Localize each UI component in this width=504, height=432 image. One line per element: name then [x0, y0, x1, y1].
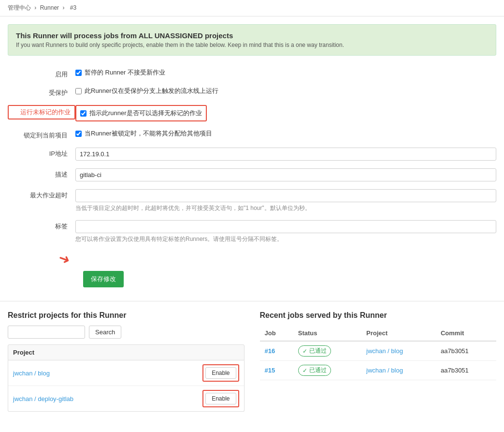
checkbox-active-label[interactable]: 暂停的 Runner 不接受新作业: [75, 68, 496, 77]
control-protected: 此Runner仅在受保护分支上触发的流水线上运行: [75, 87, 496, 95]
job-row-2: #15 ✓ 已通过 jwchan / blog aa7b3051: [260, 361, 497, 380]
col-status: Status: [293, 326, 361, 341]
projects-table-header: Project: [8, 344, 245, 360]
job-project-link-1[interactable]: jwchan / blog: [366, 347, 403, 355]
enable-button-2[interactable]: Enable: [205, 393, 236, 404]
alert-title: This Runner will process jobs from ALL U…: [16, 31, 488, 40]
enable-btn-wrapper-1: Enable: [202, 364, 239, 382]
red-arrow-icon: ➜: [57, 250, 72, 268]
search-input[interactable]: [8, 326, 85, 339]
col-job: Job: [260, 326, 293, 341]
breadcrumb: 管理中心 › Runner › #3: [0, 0, 504, 16]
label-untagged: 运行未标记的作业: [8, 105, 75, 119]
form-row-locked: 锁定到当前项目 当Runner被锁定时，不能将其分配给其他项目: [8, 129, 496, 140]
checkbox-locked-label[interactable]: 当Runner被锁定时，不能将其分配给其他项目: [75, 129, 496, 138]
project-link-1[interactable]: jwchan / blog: [13, 370, 50, 377]
job-id-1: #16: [260, 341, 293, 361]
form-row-ip: IP地址 172.19.0.1: [8, 148, 496, 161]
check-icon-2: ✓: [302, 367, 307, 374]
checkbox-active[interactable]: [75, 70, 82, 76]
jobs-header-row: Job Status Project Commit: [260, 326, 497, 341]
checkbox-locked-text: 当Runner被锁定时，不能将其分配给其他项目: [85, 129, 212, 138]
status-badge-2: ✓ 已通过: [298, 365, 331, 376]
checkbox-untagged[interactable]: [80, 110, 86, 117]
breadcrumb-current: #3: [70, 4, 76, 11]
job-project-2: jwchan / blog: [361, 361, 436, 380]
search-button[interactable]: Search: [89, 326, 121, 339]
tags-input[interactable]: [75, 220, 496, 233]
recent-jobs-panel: Recent jobs served by this Runner Job St…: [252, 311, 504, 419]
check-icon-1: ✓: [302, 348, 307, 355]
label-desc: 描述: [8, 168, 75, 179]
col-project: Project: [361, 326, 436, 341]
save-button[interactable]: 保存修改: [83, 271, 124, 287]
job-status-2: ✓ 已通过: [293, 361, 361, 380]
projects-list-wrapper: Project jwchan / blog Enable jwchan / de…: [8, 344, 245, 412]
control-untagged: 指示此runner是否可以选择无标记的作业: [75, 105, 496, 121]
checkbox-active-text: 暂停的 Runner 不接受新作业: [85, 68, 165, 77]
label-timeout: 最大作业超时: [8, 189, 75, 200]
restrict-projects-panel: Restrict projects for this Runner Search…: [0, 311, 252, 419]
jobs-table-body: #16 ✓ 已通过 jwchan / blog aa7b3051: [260, 341, 497, 380]
bottom-section: Restrict projects for this Runner Search…: [0, 311, 504, 419]
control-ip: 172.19.0.1: [75, 148, 496, 161]
form-row-timeout: 最大作业超时 当低于项目定义的超时时，此超时将优先，并可接受英文语句，如"1 h…: [8, 189, 496, 212]
form-row-untagged: 运行未标记的作业 指示此runner是否可以选择无标记的作业: [8, 105, 496, 121]
section-divider: [0, 301, 504, 301]
form-row-tags: 标签 您可以将作业设置为仅使用具有特定标签的Runners。请使用逗号分隔不同标…: [8, 220, 496, 243]
breadcrumb-admin[interactable]: 管理中心: [8, 4, 31, 11]
enable-button-1[interactable]: Enable: [205, 367, 236, 379]
control-timeout: 当低于项目定义的超时时，此超时将优先，并可接受英文语句，如"1 hour"。默认…: [75, 189, 496, 212]
control-tags: 您可以将作业设置为仅使用具有特定标签的Runners。请使用逗号分隔不同标签。: [75, 220, 496, 243]
timeout-hint: 当低于项目定义的超时时，此超时将优先，并可接受英文语句，如"1 hour"。默认…: [75, 204, 496, 212]
col-commit: Commit: [436, 326, 496, 341]
project-row-2: jwchan / deploy-gitlab Enable: [8, 386, 244, 411]
restrict-projects-title: Restrict projects for this Runner: [8, 311, 245, 320]
projects-list: jwchan / blog Enable jwchan / deploy-git…: [8, 360, 245, 412]
checkbox-untagged-text: 指示此runner是否可以选择无标记的作业: [89, 109, 202, 118]
status-text-2: 已通过: [309, 366, 327, 374]
checkbox-untagged-label[interactable]: 指示此runner是否可以选择无标记的作业: [80, 109, 202, 118]
label-tags: 标签: [8, 220, 75, 231]
tags-hint: 您可以将作业设置为仅使用具有特定标签的Runners。请使用逗号分隔不同标签。: [75, 235, 496, 243]
recent-jobs-title: Recent jobs served by this Runner: [260, 311, 497, 320]
form-row-desc: 描述 gitlab-ci: [8, 168, 496, 181]
job-project-link-2[interactable]: jwchan / blog: [366, 367, 403, 374]
job-id-2: #15: [260, 361, 293, 380]
save-section: ➜ 保存修改: [8, 251, 496, 287]
enable-btn-wrapper-2: Enable: [202, 390, 239, 407]
label-locked: 锁定到当前项目: [8, 129, 75, 140]
alert-box: This Runner will process jobs from ALL U…: [8, 24, 496, 56]
status-text-1: 已通过: [309, 347, 327, 355]
control-locked: 当Runner被锁定时，不能将其分配给其他项目: [75, 129, 496, 138]
ip-input[interactable]: 172.19.0.1: [75, 148, 496, 161]
control-desc: gitlab-ci: [75, 168, 496, 181]
job-row-1: #16 ✓ 已通过 jwchan / blog aa7b3051: [260, 341, 497, 361]
checkbox-protected-text: 此Runner仅在受保护分支上触发的流水线上运行: [85, 87, 218, 95]
checkbox-protected-label[interactable]: 此Runner仅在受保护分支上触发的流水线上运行: [75, 87, 496, 95]
highlight-row-untagged: 指示此runner是否可以选择无标记的作业: [75, 105, 207, 121]
job-status-1: ✓ 已通过: [293, 341, 361, 361]
job-project-1: jwchan / blog: [361, 341, 436, 361]
alert-description: If you want Runners to build only specif…: [16, 42, 488, 48]
label-protected: 受保护: [8, 87, 75, 97]
search-row: Search: [8, 326, 245, 339]
project-link-2[interactable]: jwchan / deploy-gitlab: [13, 395, 73, 402]
control-active: 暂停的 Runner 不接受新作业: [75, 68, 496, 77]
checkbox-protected[interactable]: [75, 88, 82, 94]
breadcrumb-runner[interactable]: Runner: [40, 4, 59, 11]
label-ip: IP地址: [8, 148, 75, 158]
arrow-container: ➜: [83, 251, 496, 267]
form-row-protected: 受保护 此Runner仅在受保护分支上触发的流水线上运行: [8, 87, 496, 97]
desc-input[interactable]: gitlab-ci: [75, 168, 496, 181]
checkbox-locked[interactable]: [75, 131, 82, 137]
label-active: 启用: [8, 68, 75, 79]
job-link-1[interactable]: #16: [265, 347, 275, 355]
job-link-2[interactable]: #15: [265, 367, 275, 374]
form-row-active: 启用 暂停的 Runner 不接受新作业: [8, 68, 496, 79]
jobs-table-head: Job Status Project Commit: [260, 326, 497, 341]
status-badge-1: ✓ 已通过: [298, 345, 331, 357]
timeout-input[interactable]: [75, 189, 496, 202]
jobs-table: Job Status Project Commit #16 ✓ 已通过: [260, 326, 497, 380]
form-section: 启用 暂停的 Runner 不接受新作业 受保护 此Runner仅在受保护分支上…: [0, 63, 504, 295]
